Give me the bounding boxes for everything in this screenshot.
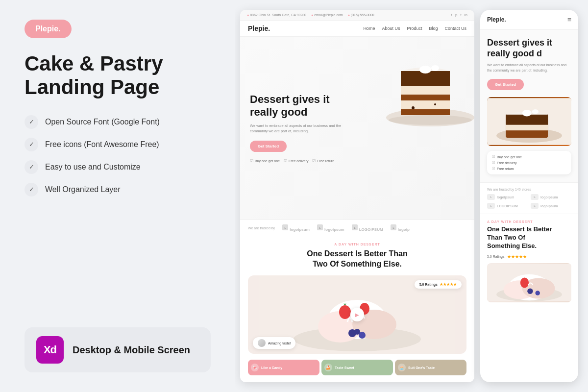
svg-point-4 xyxy=(419,66,431,74)
list-item: ✓ Well Organized Layer xyxy=(24,183,211,196)
brand-pill: Plepie. xyxy=(24,20,72,38)
tab-like-candy[interactable]: 🍬 Like a Candy xyxy=(248,360,319,375)
logo-1: L logoipsum xyxy=(282,224,310,232)
nav-logo: Plepie. xyxy=(248,24,270,32)
svg-point-40 xyxy=(527,288,533,294)
badge-free-delivery: Free delivery xyxy=(284,159,308,163)
mobile-hero-subtitle: We want to embrace all aspects of our bu… xyxy=(487,63,571,73)
badge-label: Desktop & Mobile Screen xyxy=(73,344,190,356)
mobile-hero-image xyxy=(487,97,571,146)
nav-product[interactable]: Product xyxy=(407,26,422,31)
mobile-logo-1: L logoipsum xyxy=(487,194,528,200)
mobile-hero-title: Dessert gives it really good d xyxy=(487,38,571,59)
mobile-logo: Plepie. xyxy=(487,16,506,23)
mobile-section-tag: A DAY WITH DESSERT xyxy=(487,220,571,223)
mobile-badge-delivery: Free delivery xyxy=(492,161,566,165)
hero-subtitle: We want to embrace all aspects of our bu… xyxy=(250,123,348,134)
taste-icon: 🧁 xyxy=(398,364,406,371)
logo-icon: L xyxy=(531,203,539,209)
logo-4: L logoip xyxy=(390,224,410,232)
dessert-image: 5.0 Ratings ★★★★★ Amazing taste! ▶ xyxy=(248,275,466,354)
hero-cake-image xyxy=(376,37,474,130)
svg-point-22 xyxy=(339,305,351,319)
svg-rect-2 xyxy=(401,100,450,109)
nav-links: Home About Us Product Blog Contact Us xyxy=(363,26,466,31)
linkedin-icon: in xyxy=(465,13,467,17)
twitter-icon: t xyxy=(461,13,462,17)
nav-blog[interactable]: Blog xyxy=(429,26,438,31)
mobile-logo-grid: L logoipsum L logoipsum L LOGOIPSUM L lo… xyxy=(487,194,571,209)
mobile-trusted: We are trusted by 140 stores L logoipsum… xyxy=(480,182,578,214)
sweet-icon: 🍰 xyxy=(324,364,332,371)
svg-point-26 xyxy=(354,329,360,335)
hamburger-menu-icon[interactable]: ≡ xyxy=(567,16,571,24)
nav-contact[interactable]: Contact Us xyxy=(444,26,466,31)
mobile-trusted-label: We are trusted by 140 stores xyxy=(487,188,571,191)
logo-icon: L xyxy=(531,194,539,200)
mobile-logo-4: L logoipsum xyxy=(531,203,571,209)
candy-icon: 🍬 xyxy=(251,364,259,371)
check-icon: ✓ xyxy=(24,115,38,129)
list-item: ✓ Easy to use and Customize xyxy=(24,160,211,174)
section-title: One Dessert Is Better Than Two Of Someth… xyxy=(248,249,466,270)
svg-point-41 xyxy=(535,291,540,295)
tab-taste-sweet[interactable]: 🍰 Taste Sweet xyxy=(321,360,393,375)
svg-rect-30 xyxy=(506,124,548,130)
trusted-logos: L logoipsum L logoipsum L LOGOIPSUM L lo… xyxy=(282,224,410,232)
list-item: ✓ Free icons (Font Awesome Free) xyxy=(24,138,211,151)
play-button[interactable]: ▶ xyxy=(350,308,364,321)
tab-suit-taste[interactable]: 🧁 Suit One's Taste xyxy=(395,360,466,375)
svg-point-8 xyxy=(389,115,472,125)
nav-about[interactable]: About Us xyxy=(382,26,400,31)
nav-home[interactable]: Home xyxy=(363,26,375,31)
logo-icon: L xyxy=(487,194,495,200)
hero-text: Dessert gives it really good We want to … xyxy=(250,93,348,163)
svg-point-39 xyxy=(520,277,529,288)
badge-buy-one: Buy one get one xyxy=(250,159,280,163)
contact-info: 8862 Ohio St. South Gate, CA 90280 email… xyxy=(247,13,374,17)
section-tag: A DAY WITH DESSERT xyxy=(248,243,466,246)
check-icon: ✓ xyxy=(24,160,38,174)
preview-topbar: 8862 Ohio St. South Gate, CA 90280 email… xyxy=(240,10,474,21)
bottom-tabs: 🍬 Like a Candy 🍰 Taste Sweet 🧁 Suit One'… xyxy=(248,360,466,375)
mobile-section-title: One Dessert Is Better Than Two Of Someth… xyxy=(487,225,571,250)
mobile-logo-2: L logoipsum xyxy=(531,194,571,200)
svg-rect-1 xyxy=(401,86,450,95)
xd-icon: Xd xyxy=(36,336,64,364)
svg-point-33 xyxy=(532,109,539,114)
dessert-section: A DAY WITH DESSERT One Dessert Is Better… xyxy=(240,236,474,382)
svg-text:L: L xyxy=(285,226,286,229)
svg-point-6 xyxy=(412,106,415,109)
preview-nav: Plepie. Home About Us Product Blog Conta… xyxy=(240,21,474,37)
check-icon: ✓ xyxy=(24,183,38,196)
svg-text:L: L xyxy=(354,226,355,229)
pinterest-icon: p xyxy=(455,13,457,17)
features-list: ✓ Open Source Font (Google Font) ✓ Free … xyxy=(24,115,211,196)
facebook-icon: f xyxy=(451,13,452,17)
badge-free-return: Free return xyxy=(312,159,334,163)
trusted-section: We are trusted by L logoipsum L logoipsu… xyxy=(240,220,474,236)
left-panel: Plepie. Cake & Pastry Landing Page ✓ Ope… xyxy=(0,0,235,392)
amazing-taste-badge: Amazing taste! xyxy=(253,337,295,349)
logo-icon: L xyxy=(487,203,495,209)
mobile-cta-button[interactable]: Get Started xyxy=(487,79,524,90)
mobile-badge-buy: Buy one get one xyxy=(492,155,566,159)
svg-text:L: L xyxy=(319,226,320,229)
social-icons: f p t in xyxy=(451,13,467,17)
mobile-nav: Plepie. ≡ xyxy=(480,10,578,30)
mobile-badges: Buy one get one Free delivery Free retur… xyxy=(487,151,571,174)
mobile-stars: ★★★★★ xyxy=(507,254,527,259)
mobile-dessert-image xyxy=(487,263,571,302)
logo-3: L LOGOIPSUM xyxy=(351,224,383,232)
desktop-mobile-badge: Xd Desktop & Mobile Screen xyxy=(24,327,211,372)
avatar xyxy=(258,339,266,347)
mobile-preview: Plepie. ≡ Dessert gives it really good d… xyxy=(480,10,578,382)
hero-cta-button[interactable]: Get Started xyxy=(250,141,287,152)
hero-title: Dessert gives it really good xyxy=(250,93,348,119)
check-icon: ✓ xyxy=(24,138,38,151)
desktop-preview: 8862 Ohio St. South Gate, CA 90280 email… xyxy=(240,10,474,382)
mobile-dessert-section: A DAY WITH DESSERT One Dessert Is Better… xyxy=(480,214,578,308)
preview-hero: Dessert gives it really good We want to … xyxy=(240,37,474,220)
hero-badges: Buy one get one Free delivery Free retur… xyxy=(250,159,348,163)
star-rating: ★★★★★ xyxy=(440,282,457,287)
